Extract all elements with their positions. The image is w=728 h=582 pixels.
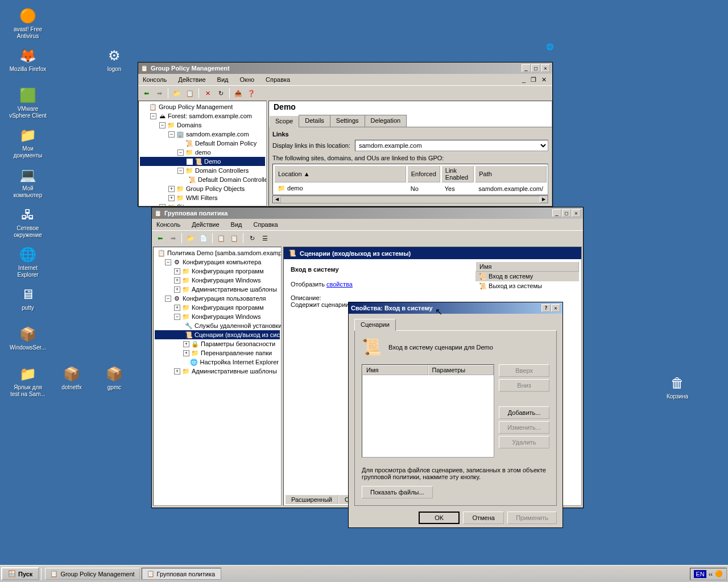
properties-icon[interactable]: 📋 bbox=[184, 88, 196, 99]
minimize-button[interactable]: _ bbox=[552, 209, 561, 217]
menu-help[interactable]: Справка bbox=[263, 75, 292, 84]
systray[interactable]: EN ‹‹ 🟠 bbox=[690, 568, 727, 580]
expand-icon[interactable]: + bbox=[174, 277, 180, 284]
tree-item[interactable]: +📁WMI Filters bbox=[140, 193, 265, 202]
expand-icon[interactable]: − bbox=[165, 296, 171, 302]
up-folder-icon[interactable]: 📁 bbox=[185, 232, 196, 244]
tab-extended[interactable]: Расширенный bbox=[285, 494, 338, 504]
tree-item[interactable]: −⚙Конфигурация пользователя bbox=[155, 294, 280, 303]
dialog-titlebar[interactable]: Свойства: Вход в систему ? ✕ bbox=[349, 302, 562, 314]
refresh-icon[interactable]: ↻ bbox=[246, 232, 258, 244]
expand-icon[interactable]: − bbox=[177, 149, 184, 156]
delete-icon[interactable]: ✕ bbox=[202, 88, 213, 99]
col-location[interactable]: Location ▲ bbox=[274, 165, 406, 182]
forward-icon[interactable]: ➡ bbox=[167, 232, 179, 244]
expand-icon[interactable]: + bbox=[159, 204, 166, 207]
desktop-icon[interactable]: 🖧Сетевоеокружение bbox=[8, 206, 48, 239]
mdi-close[interactable]: ✕ bbox=[539, 75, 549, 85]
tree-item[interactable]: +📁Group Policy Objects bbox=[140, 184, 265, 193]
col-enforced[interactable]: Enforced bbox=[407, 165, 440, 182]
desktop-icon[interactable]: 🌐InternetExplorer bbox=[8, 246, 48, 278]
list-item[interactable]: 📜 Выход из системы bbox=[475, 281, 579, 291]
menu-action[interactable]: Действие bbox=[176, 75, 208, 84]
close-button[interactable]: ✕ bbox=[572, 209, 581, 217]
ok-button[interactable]: OK bbox=[419, 512, 460, 524]
tree-item[interactable]: +📁Административные шаблоны bbox=[155, 367, 280, 376]
tree-item[interactable]: 📜Сценарии (вход/выход из сис bbox=[155, 330, 280, 339]
help-icon[interactable]: ❓ bbox=[246, 88, 257, 99]
edit-button[interactable]: Изменить... bbox=[499, 421, 549, 434]
close-button[interactable]: ✕ bbox=[541, 64, 550, 72]
paste-icon[interactable]: 📋 bbox=[229, 232, 240, 244]
location-dropdown[interactable]: samdom.example.com bbox=[355, 140, 548, 151]
tree-item[interactable]: 🔧Службы удаленной установки bbox=[155, 321, 280, 330]
tree-item[interactable]: +📁Административные шаблоны bbox=[155, 285, 280, 294]
col-link-enabled[interactable]: Link Enabled bbox=[441, 165, 474, 182]
delete-button[interactable]: Удалить bbox=[499, 436, 549, 448]
tab-scripts[interactable]: Сценарии bbox=[354, 319, 396, 331]
col-params[interactable]: Параметры bbox=[428, 365, 494, 375]
tree-item[interactable]: +📁Sites bbox=[140, 202, 265, 206]
tree-item[interactable]: 📜Default Domain Controlle bbox=[140, 175, 265, 184]
gpedit-tree[interactable]: 📋Политика Demo [samba.samdom.example.−⚙К… bbox=[153, 247, 282, 506]
col-name[interactable]: Имя bbox=[475, 261, 579, 272]
menu-view[interactable]: Вид bbox=[215, 75, 231, 84]
desktop-icon[interactable]: 📦WindowsSer... bbox=[8, 325, 48, 351]
up-button[interactable]: Вверх bbox=[499, 364, 549, 377]
desktop-icon[interactable]: 🟩VMwarevSphere Client bbox=[8, 86, 48, 119]
tree-item[interactable]: −📁demo bbox=[140, 148, 265, 157]
tree-item[interactable]: −⚙Конфигурация компьютера bbox=[155, 257, 280, 267]
tree-item[interactable]: +📁Конфигурация Windows bbox=[155, 276, 280, 285]
desktop-icon[interactable]: 🗑Корзина bbox=[657, 374, 697, 400]
gpmc-tree[interactable]: 📋Group Policy Management−⛰Forest: samdom… bbox=[138, 101, 267, 206]
desktop-icon[interactable]: 📦gpmc bbox=[94, 365, 134, 391]
desktop-icon[interactable]: ⚙logon bbox=[94, 47, 134, 73]
tree-item[interactable]: 🌐Настройка Internet Explorer bbox=[155, 357, 280, 367]
minimize-button[interactable]: _ bbox=[522, 64, 531, 72]
scrollbar-left[interactable]: ◀ bbox=[273, 196, 281, 203]
tree-item[interactable]: 📜Demo bbox=[140, 157, 265, 166]
table-row[interactable]: 📁 demo No Yes samdom.example.com/ bbox=[274, 184, 547, 193]
down-button[interactable]: Вниз bbox=[499, 379, 549, 392]
desktop-icon[interactable]: 📁Ярлык дляtest на Sam... bbox=[8, 365, 48, 398]
links-table[interactable]: Location ▲ Enforced Link Enabled Path 📁 … bbox=[272, 164, 548, 195]
desktop-icon[interactable]: 📦dotnetfx bbox=[52, 365, 92, 391]
forward-icon[interactable]: ➡ bbox=[154, 88, 165, 99]
menu-help[interactable]: Справка bbox=[251, 220, 280, 229]
mdi-minimize[interactable]: _ bbox=[520, 75, 528, 85]
expand-icon[interactable]: + bbox=[168, 195, 175, 201]
expand-icon[interactable]: + bbox=[174, 286, 180, 293]
add-button[interactable]: Добавить... bbox=[499, 406, 549, 419]
menu-window[interactable]: Окно bbox=[238, 75, 257, 84]
tree-item[interactable]: −📁Конфигурация Windows bbox=[155, 312, 280, 321]
up-folder-icon[interactable]: 📁 bbox=[171, 88, 183, 99]
expand-icon[interactable]: + bbox=[174, 368, 180, 375]
cancel-button[interactable]: Отмена bbox=[463, 512, 504, 524]
col-name[interactable]: Имя bbox=[362, 365, 428, 375]
menu-action[interactable]: Действие bbox=[189, 220, 221, 229]
tab-settings[interactable]: Settings bbox=[330, 115, 365, 127]
back-icon[interactable]: ⬅ bbox=[154, 232, 166, 244]
expand-icon[interactable]: − bbox=[150, 113, 156, 119]
expand-icon[interactable]: + bbox=[174, 268, 180, 275]
tab-scope[interactable]: Scope bbox=[269, 115, 299, 127]
gpmc-titlebar[interactable]: 📋 Group Policy Management _ □ ✕ bbox=[138, 63, 552, 74]
expand-icon[interactable]: − bbox=[165, 259, 171, 265]
expand-icon[interactable]: − bbox=[159, 122, 166, 128]
copy-icon[interactable]: 📋 bbox=[216, 232, 227, 244]
help-button[interactable]: ? bbox=[541, 304, 551, 312]
list-item[interactable]: 📜 Вход в систему bbox=[475, 272, 579, 281]
desktop-icon[interactable]: 🟠avast! FreeAntivirus bbox=[8, 7, 48, 40]
desktop-icon[interactable]: 🦊Mozilla Firefox bbox=[8, 47, 48, 73]
col-path[interactable]: Path bbox=[475, 165, 547, 182]
tray-icon-2[interactable]: 🟠 bbox=[715, 570, 723, 577]
back-icon[interactable]: ⬅ bbox=[140, 88, 152, 99]
tab-details[interactable]: Details bbox=[299, 115, 330, 127]
export-icon[interactable]: 📤 bbox=[233, 88, 244, 99]
menu-view[interactable]: Вид bbox=[229, 220, 245, 229]
tree-item[interactable]: 📜Default Domain Policy bbox=[140, 139, 265, 148]
properties-link[interactable]: свойства bbox=[326, 281, 353, 288]
expand-icon[interactable]: + bbox=[183, 350, 189, 356]
desktop-icon[interactable]: 📁Моидокументы bbox=[8, 126, 48, 159]
tree-item[interactable]: +📁Конфигурация программ bbox=[155, 303, 280, 312]
